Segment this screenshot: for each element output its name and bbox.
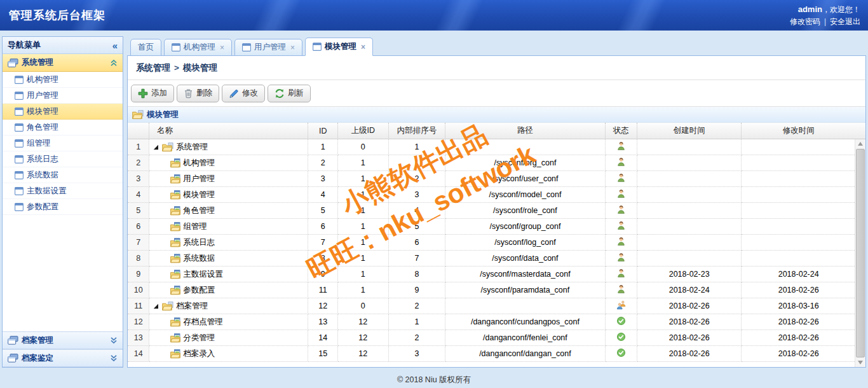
id-cell: 11 xyxy=(308,282,337,298)
table-row[interactable]: 12存档点管理13121/danganconf/cundangpos_conf2… xyxy=(128,314,856,330)
sidebar-item-7[interactable]: 主数据设置 xyxy=(3,183,123,199)
parent-id-cell: 12 xyxy=(338,330,389,346)
modified-cell: 2018-02-26 xyxy=(742,314,856,330)
table-row[interactable]: 3用户管理312/sysconf/user_conf xyxy=(128,171,856,187)
logout-link[interactable]: 安全退出 xyxy=(830,17,860,26)
refresh-button[interactable]: 刷新 xyxy=(268,85,311,102)
sidebar-item-3[interactable]: 角色管理 xyxy=(3,120,123,135)
path-cell xyxy=(445,139,605,155)
table-row[interactable]: 11档案管理12022018-02-262018-03-16 xyxy=(128,298,856,314)
table-row[interactable]: 5角色管理514/sysconf/role_conf xyxy=(128,203,856,219)
tab-0[interactable]: 首页 xyxy=(130,39,161,56)
table-row[interactable]: 14档案录入15123/danganconf/dangan_conf2018-0… xyxy=(128,346,856,362)
edit-button[interactable]: 修改 xyxy=(222,85,265,102)
vertical-scrollbar[interactable] xyxy=(855,139,865,367)
table-row[interactable]: 2机构管理211/sysconf/org_conf xyxy=(128,155,856,171)
column-header[interactable]: 名称 xyxy=(149,123,308,139)
status-cell xyxy=(606,187,637,203)
sidebar-item-8[interactable]: 参数配置 xyxy=(3,199,123,215)
module-name: 系统管理 xyxy=(176,142,208,153)
table-row[interactable]: 6组管理615/sysconf/group_conf xyxy=(128,219,856,235)
scroll-down-icon[interactable] xyxy=(855,358,865,367)
id-cell: 9 xyxy=(308,267,337,282)
links-divider: | xyxy=(824,17,826,26)
sidebar-collapse-icon[interactable]: « xyxy=(112,40,118,51)
folder-item-icon xyxy=(170,317,180,327)
tab-3[interactable]: 模块管理× xyxy=(305,38,373,56)
add-button[interactable]: 添加 xyxy=(131,85,174,102)
table-row[interactable]: 7系统日志716/sysconf/log_conf xyxy=(128,235,856,251)
column-header[interactable]: 创建时间 xyxy=(637,123,742,139)
accordion-group-bottom: 档案管理档案鉴定 xyxy=(3,331,123,367)
column-header[interactable]: 状态 xyxy=(606,123,637,139)
column-header[interactable]: 内部排序号 xyxy=(389,123,446,139)
table-row[interactable]: 9主数据设置918/sysconf/masterdata_conf2018-02… xyxy=(128,267,856,282)
sidebar-menu: 机构管理用户管理模块管理角色管理组管理系统日志系统数据主数据设置参数配置 xyxy=(3,72,123,215)
name-cell: 主数据设置 xyxy=(149,267,308,282)
status-cell xyxy=(606,171,637,187)
table-row[interactable]: 1系统管理101 xyxy=(128,139,856,155)
created-cell xyxy=(637,139,742,155)
tab-close-icon[interactable]: × xyxy=(220,43,224,52)
sidebar-item-6[interactable]: 系统数据 xyxy=(3,167,123,183)
name-cell: 存档点管理 xyxy=(149,314,308,330)
scroll-up-icon[interactable] xyxy=(855,139,865,148)
sidebar-item-4[interactable]: 组管理 xyxy=(3,135,123,151)
tab-1[interactable]: 机构管理× xyxy=(164,39,232,56)
id-cell: 1 xyxy=(308,139,337,155)
column-header[interactable]: 路径 xyxy=(445,123,605,139)
page-footer: © 2018 Niu 版权所有 xyxy=(0,369,868,388)
modified-cell xyxy=(742,235,856,251)
tab-label: 模块管理 xyxy=(325,41,356,52)
id-cell: 13 xyxy=(308,314,337,330)
breadcrumb-parent: 系统管理 xyxy=(136,63,170,73)
header-user-area: admin，欢迎您！ 修改密码|安全退出 xyxy=(790,3,860,28)
parent-id-cell: 12 xyxy=(338,346,389,362)
grid-header-filler xyxy=(855,123,865,139)
breadcrumb-current: 模块管理 xyxy=(183,63,217,73)
app-title: 管理系统后台框架 xyxy=(9,8,105,23)
module-name: 用户管理 xyxy=(183,174,215,184)
refresh-icon xyxy=(275,88,285,99)
chevron-double-up-icon xyxy=(110,59,118,67)
path-cell: /danganconf/fenlei_conf xyxy=(445,330,605,346)
tree-expander-icon[interactable] xyxy=(153,144,159,150)
scrollbar-thumb[interactable] xyxy=(856,149,865,357)
folder-page-icon xyxy=(132,110,144,120)
accordion-header-0[interactable]: 系统管理 xyxy=(3,54,123,72)
accordion-label: 档案鉴定 xyxy=(22,353,107,364)
folder-page-icon xyxy=(162,301,173,311)
accordion-header-1[interactable]: 档案管理 xyxy=(3,331,123,349)
accordion-header-2[interactable]: 档案鉴定 xyxy=(3,349,123,367)
id-cell: 14 xyxy=(308,330,337,346)
module-name: 主数据设置 xyxy=(183,269,223,280)
table-row[interactable]: 8系统数据817/sysconf/data_conf xyxy=(128,251,856,267)
row-number-cell: 7 xyxy=(128,235,149,251)
table-row[interactable]: 10参数配置1119/sysconf/paramdata_conf2018-02… xyxy=(128,282,856,298)
status-cell xyxy=(606,314,637,330)
tab-2[interactable]: 用户管理× xyxy=(234,39,302,56)
delete-button[interactable]: 删除 xyxy=(177,85,219,102)
tab-close-icon[interactable]: × xyxy=(361,43,365,52)
created-cell: 2018-02-26 xyxy=(637,330,742,346)
window-icon xyxy=(15,203,24,211)
created-cell xyxy=(637,155,742,171)
tree-expander-icon[interactable] xyxy=(153,303,159,309)
sidebar-item-0[interactable]: 机构管理 xyxy=(3,72,123,88)
module-name: 存档点管理 xyxy=(183,317,223,328)
path-cell: /sysconf/masterdata_conf xyxy=(445,267,605,282)
column-header[interactable]: ID xyxy=(308,123,337,139)
folder-item-icon xyxy=(170,254,180,263)
column-header[interactable]: 修改时间 xyxy=(742,123,856,139)
sidebar-item-1[interactable]: 用户管理 xyxy=(3,88,123,104)
tab-close-icon[interactable]: × xyxy=(290,43,295,52)
table-row[interactable]: 4模块管理413/sysconf/model_conf xyxy=(128,187,856,203)
column-header[interactable]: 上级ID xyxy=(338,123,389,139)
table-row[interactable]: 13分类管理14122/danganconf/fenlei_conf2018-0… xyxy=(128,330,856,346)
sidebar-item-2[interactable]: 模块管理 xyxy=(3,104,123,120)
row-number-cell: 11 xyxy=(128,298,149,314)
change-password-link[interactable]: 修改密码 xyxy=(790,17,820,26)
sidebar-item-5[interactable]: 系统日志 xyxy=(3,151,123,167)
modified-cell xyxy=(742,171,856,187)
modified-cell xyxy=(742,203,856,219)
